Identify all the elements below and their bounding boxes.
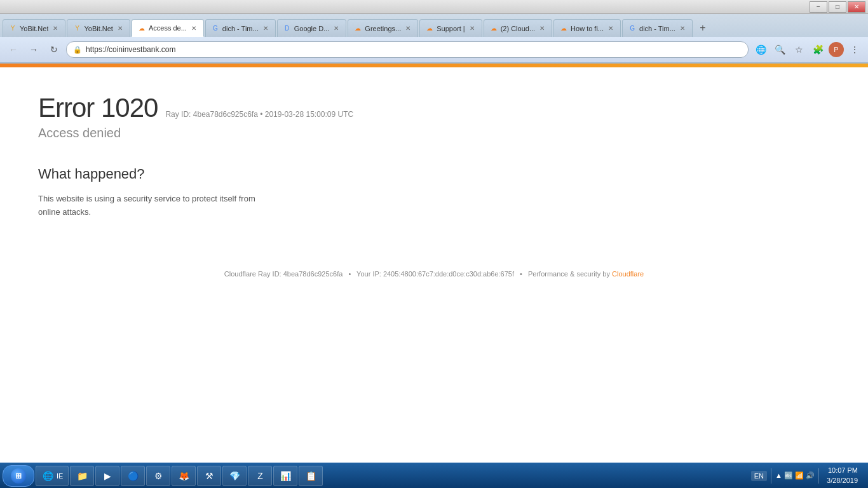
tray-divider: [771, 468, 771, 484]
reload-button[interactable]: ↻: [46, 41, 62, 58]
search-icon[interactable]: 🔍: [771, 41, 788, 58]
description: This website is using a security service…: [38, 193, 292, 219]
tab-close[interactable]: ✕: [116, 24, 125, 33]
window-controls: − □ ✕: [810, 1, 865, 13]
browser-chrome: Y YoBit.Net ✕ Y YoBit.Net ✕ ☁ Access de.…: [0, 14, 868, 64]
description-line1: This website is using a security service…: [38, 194, 255, 203]
tab-label: Greetings...: [365, 25, 401, 32]
taskbar-app-icon: Z: [254, 470, 266, 482]
taskbar-app-0[interactable]: 🌐IE: [36, 466, 69, 486]
menu-icon[interactable]: ⋮: [846, 41, 863, 58]
tab-close[interactable]: ✕: [189, 24, 198, 32]
taskbar-app-icon: 📊: [279, 470, 292, 482]
taskbar-apps: 🌐IE📁▶🔵⚙🦊⚒💎Z📊📋: [36, 466, 746, 486]
taskbar-app-4[interactable]: ⚙: [146, 466, 170, 486]
tab-close[interactable]: ✕: [538, 24, 546, 33]
tray-icons: ▲ 🔤 📶 🔊: [775, 471, 815, 480]
tab-label: YoBit.Net: [20, 25, 48, 32]
taskbar-app-icon: 🦊: [177, 470, 190, 482]
extension-icon[interactable]: 🧩: [810, 41, 826, 58]
tab-favicon: ☁: [489, 24, 498, 33]
tab-close[interactable]: ✕: [332, 24, 341, 33]
what-happened-title: What happened?: [38, 166, 830, 182]
footer-ray-id: Cloudflare Ray ID: 4bea78d6c925c6fa: [224, 270, 343, 278]
taskbar-app-icon: 🌐: [41, 470, 54, 482]
tab-close[interactable]: ✕: [403, 24, 412, 33]
bookmark-icon[interactable]: ☆: [790, 41, 807, 58]
titlebar: − □ ✕: [0, 0, 868, 14]
tab-favicon: D: [283, 24, 292, 33]
taskbar-app-7[interactable]: 💎: [222, 466, 247, 486]
tab-tab10[interactable]: G dich - Tim... ✕: [622, 19, 693, 37]
tab-favicon: ☁: [559, 24, 568, 33]
tab-label: How to fi...: [571, 25, 604, 32]
taskbar-app-icon: ⚙: [152, 470, 165, 482]
tab-tab3[interactable]: ☁ Access de... ✕: [132, 19, 204, 37]
tab-close[interactable]: ✕: [51, 24, 60, 33]
footer-info: Cloudflare Ray ID: 4bea78d6c925c6fa • Yo…: [38, 270, 830, 278]
tab-tab9[interactable]: ☁ How to fi... ✕: [553, 19, 621, 37]
minimize-button[interactable]: −: [810, 1, 827, 13]
access-denied-text: Access denied: [38, 126, 830, 140]
system-clock[interactable]: 10:07 PM 3/28/2019: [823, 466, 862, 485]
footer-perf: Performance & security by: [528, 270, 610, 278]
tab-label: YoBit.Net: [84, 25, 112, 32]
tab-tab5[interactable]: D Google D... ✕: [277, 19, 347, 37]
start-orb: ⊞: [11, 468, 26, 484]
tray-divider2: [818, 468, 819, 484]
tab-favicon: G: [211, 24, 220, 33]
tab-tab8[interactable]: ☁ (2) Cloud... ✕: [484, 19, 552, 37]
translate-icon[interactable]: 🌐: [752, 41, 769, 58]
tab-favicon: G: [628, 24, 637, 33]
tab-label: dich - Tim...: [222, 25, 259, 32]
tab-tab1[interactable]: Y YoBit.Net ✕: [3, 19, 65, 37]
system-tray: EN ▲ 🔤 📶 🔊 10:07 PM 3/28/2019: [747, 466, 865, 485]
tab-label: Support |: [437, 25, 465, 32]
back-button[interactable]: ←: [5, 41, 22, 58]
avatar[interactable]: P: [829, 42, 844, 57]
taskbar-app-5[interactable]: 🦊: [172, 466, 196, 486]
taskbar-app-2[interactable]: ▶: [95, 466, 119, 486]
error-title-row: Error 1020 Ray ID: 4bea78d6c925c6fa • 20…: [38, 93, 830, 123]
tab-favicon: ☁: [425, 24, 434, 33]
page-content: Error 1020 Ray ID: 4bea78d6c925c6fa • 20…: [0, 67, 868, 468]
clock-date: 3/28/2019: [827, 476, 858, 485]
taskbar-app-icon: ▶: [101, 470, 114, 482]
language-button[interactable]: EN: [751, 471, 767, 481]
clock-time: 10:07 PM: [827, 466, 858, 475]
tab-label: (2) Cloud...: [501, 25, 535, 32]
taskbar-app-10[interactable]: 📋: [299, 466, 323, 486]
tab-favicon: ☁: [137, 24, 146, 32]
browser-nav-icons: 🌐 🔍 ☆ 🧩 P ⋮: [752, 41, 863, 58]
url-text: https://coininvestbank.com: [86, 45, 742, 54]
cloudflare-link[interactable]: Cloudflare: [612, 270, 644, 278]
taskbar-app-icon: 🔵: [126, 470, 139, 482]
footer-ip: Your IP: 2405:4800:67c7:dde:d0ce:c30d:ab…: [356, 270, 514, 278]
tab-close[interactable]: ✕: [261, 24, 270, 33]
forward-button[interactable]: →: [25, 41, 42, 58]
tab-close[interactable]: ✕: [678, 24, 687, 33]
taskbar-app-icon: 💎: [228, 470, 241, 482]
tab-tab6[interactable]: ☁ Greetings... ✕: [348, 19, 418, 37]
tab-tab4[interactable]: G dich - Tim... ✕: [205, 19, 276, 37]
tab-tab7[interactable]: ☁ Support | ✕: [419, 19, 482, 37]
taskbar-app-8[interactable]: Z: [248, 466, 272, 486]
taskbar-app-6[interactable]: ⚒: [197, 466, 221, 486]
tab-close[interactable]: ✕: [468, 24, 477, 33]
lock-icon: 🔒: [73, 46, 82, 54]
taskbar-app-1[interactable]: 📁: [70, 466, 94, 486]
tab-close[interactable]: ✕: [606, 24, 615, 33]
tab-tab2[interactable]: Y YoBit.Net ✕: [67, 19, 130, 37]
taskbar-app-9[interactable]: 📊: [273, 466, 297, 486]
close-button[interactable]: ✕: [848, 1, 865, 13]
start-button[interactable]: ⊞: [3, 465, 34, 487]
new-tab-button[interactable]: +: [694, 19, 712, 37]
taskbar-app-icon: 📋: [304, 470, 317, 482]
taskbar-app-3[interactable]: 🔵: [121, 466, 145, 486]
tab-label: dich - Tim...: [639, 25, 675, 32]
maximize-button[interactable]: □: [829, 1, 846, 13]
tab-favicon: Y: [8, 24, 17, 33]
tab-bar: Y YoBit.Net ✕ Y YoBit.Net ✕ ☁ Access de.…: [0, 14, 868, 37]
tab-label: Google D...: [294, 25, 330, 32]
address-bar[interactable]: 🔒 https://coininvestbank.com: [66, 41, 749, 58]
